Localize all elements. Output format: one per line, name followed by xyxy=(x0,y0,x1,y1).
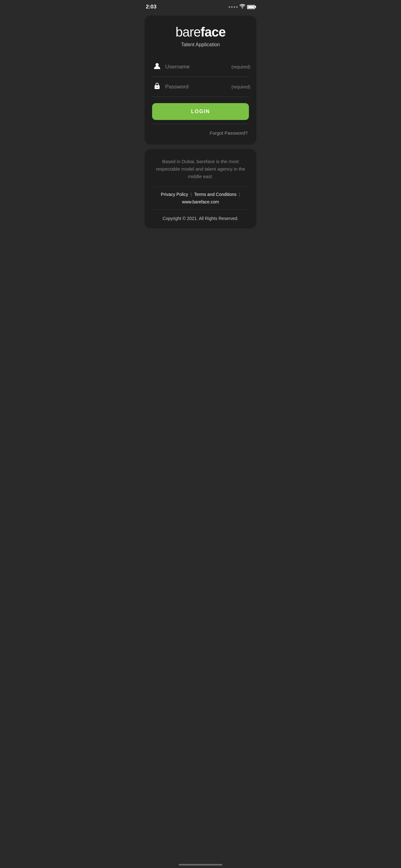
logo-section: bareface Talent Application xyxy=(152,25,249,48)
wifi-icon xyxy=(239,4,245,10)
divider-2: | xyxy=(239,192,240,197)
username-field-wrapper: (required) xyxy=(165,64,250,70)
status-time: 2:03 xyxy=(146,4,157,10)
login-button[interactable]: LOGIN xyxy=(152,103,249,120)
password-row: (required) xyxy=(152,77,249,97)
privacy-policy-link[interactable]: Privacy Policy xyxy=(161,192,188,197)
username-input[interactable] xyxy=(165,64,231,70)
status-icons xyxy=(229,4,255,10)
login-form: (required) (required) xyxy=(152,57,249,97)
description: Based in Dubai, bareface is the most res… xyxy=(152,158,249,180)
svg-point-2 xyxy=(157,87,158,88)
main-content: bareface Talent Application (required) xyxy=(140,12,261,860)
terms-conditions-link[interactable]: Terms and Conditions xyxy=(194,192,236,197)
logo-light: bare xyxy=(175,25,201,39)
battery-icon xyxy=(247,5,255,9)
login-card: bareface Talent Application (required) xyxy=(144,16,257,145)
username-row: (required) xyxy=(152,57,249,77)
tagline: Talent Application xyxy=(152,42,249,48)
info-card: Based in Dubai, bareface is the most res… xyxy=(144,149,257,228)
home-indicator xyxy=(179,864,222,866)
logo: bareface xyxy=(152,25,249,39)
svg-point-0 xyxy=(156,63,159,66)
divider-1: | xyxy=(191,192,192,197)
password-field-wrapper: (required) xyxy=(165,84,250,90)
status-bar: 2:03 xyxy=(140,0,261,12)
password-input[interactable] xyxy=(165,84,231,90)
forgot-password-section: Forgot Password? xyxy=(152,125,249,137)
website-link[interactable]: www.bareface.com xyxy=(182,199,219,204)
copyright: Copyright © 2021. All Rights Reserved. xyxy=(152,216,249,221)
username-required-label: (required) xyxy=(231,64,250,69)
lock-icon xyxy=(153,83,161,91)
footer-links: Privacy Policy | Terms and Conditions | … xyxy=(152,187,249,210)
logo-bold: face xyxy=(201,25,226,39)
forgot-password-link[interactable]: Forgot Password? xyxy=(209,130,248,135)
password-required-label: (required) xyxy=(231,84,250,89)
user-icon xyxy=(153,62,161,71)
signal-icon xyxy=(229,6,238,8)
